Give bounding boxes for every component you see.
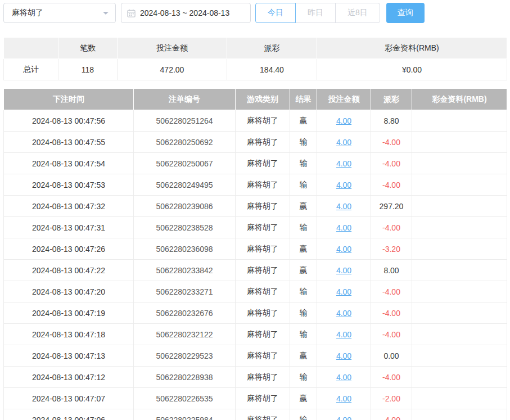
- game-type-cell: 麻将胡了: [236, 174, 290, 196]
- query-button[interactable]: 查询: [386, 3, 425, 23]
- game-type-cell: 麻将胡了: [236, 324, 290, 345]
- order-id-cell: 5062280232122: [134, 324, 236, 345]
- summary-header-bet-amount: 投注金额: [118, 38, 227, 59]
- bet-amount-link[interactable]: 4.00: [336, 223, 351, 232]
- bet-amount-cell: 4.00: [317, 388, 371, 409]
- bonus-cell: [412, 281, 507, 302]
- bet-amount-link[interactable]: 4.00: [336, 138, 351, 147]
- bonus-cell: [412, 110, 507, 132]
- bet-time-cell: 2024-08-13 00:47:07: [4, 388, 134, 409]
- order-id-cell: 5062280239086: [134, 196, 236, 217]
- bet-amount-link[interactable]: 4.00: [336, 351, 351, 360]
- payout-cell: -4.00: [371, 367, 412, 388]
- result-cell: 输: [290, 281, 317, 302]
- payout-cell: -4.00: [371, 409, 412, 420]
- bonus-cell: [412, 174, 507, 196]
- summary-header-payout: 派彩: [227, 38, 317, 59]
- header-bonus: 彩金资料(RMB): [412, 89, 507, 110]
- result-cell: 赢: [290, 238, 317, 260]
- order-id-cell: 5062280250692: [134, 132, 236, 153]
- bonus-cell: [412, 217, 507, 238]
- bet-time-cell: 2024-08-13 00:47:32: [4, 196, 134, 217]
- order-id-cell: 5062280229523: [134, 345, 236, 367]
- bonus-cell: [412, 345, 507, 367]
- header-result: 结果: [290, 89, 317, 110]
- bet-amount-cell: 4.00: [317, 260, 371, 281]
- bet-amount-cell: 4.00: [317, 238, 371, 260]
- result-cell: 赢: [290, 196, 317, 217]
- order-id-cell: 5062280250067: [134, 153, 236, 174]
- summary-total-bet-amount: 472.00: [118, 59, 227, 80]
- bet-amount-link[interactable]: 4.00: [336, 287, 351, 296]
- header-bet-amount: 投注金额: [317, 89, 371, 110]
- order-id-cell: 5062280225984: [134, 409, 236, 420]
- order-id-cell: 5062280249495: [134, 174, 236, 196]
- table-row: 2024-08-13 00:47:53 5062280249495 麻将胡了 输…: [4, 174, 507, 196]
- bet-amount-cell: 4.00: [317, 153, 371, 174]
- game-type-cell: 麻将胡了: [236, 196, 290, 217]
- bet-time-cell: 2024-08-13 00:47:18: [4, 324, 134, 345]
- header-bet-time: 下注时间: [4, 89, 134, 110]
- bet-amount-link[interactable]: 4.00: [336, 180, 351, 189]
- summary-header-blank: [4, 38, 58, 59]
- payout-cell: -2.00: [371, 388, 412, 409]
- result-cell: 输: [290, 409, 317, 420]
- date-range-picker[interactable]: 2024-08-13 ~ 2024-08-13: [121, 3, 251, 23]
- bet-time-cell: 2024-08-13 00:47:19: [4, 302, 134, 324]
- bet-time-cell: 2024-08-13 00:47:12: [4, 367, 134, 388]
- game-type-cell: 麻将胡了: [236, 238, 290, 260]
- quick-filter-last8days[interactable]: 近8日: [335, 3, 380, 23]
- order-id-cell: 5062280228938: [134, 367, 236, 388]
- order-id-cell: 5062280251264: [134, 110, 236, 132]
- table-row: 2024-08-13 00:47:31 5062280238528 麻将胡了 输…: [4, 217, 507, 238]
- quick-filter-today[interactable]: 今日: [255, 3, 296, 23]
- game-type-cell: 麻将胡了: [236, 281, 290, 302]
- bet-amount-cell: 4.00: [317, 174, 371, 196]
- bet-time-cell: 2024-08-13 00:47:56: [4, 110, 134, 132]
- bet-time-cell: 2024-08-13 00:47:22: [4, 260, 134, 281]
- bet-amount-cell: 4.00: [317, 409, 371, 420]
- game-type-cell: 麻将胡了: [236, 409, 290, 420]
- bet-amount-link[interactable]: 4.00: [336, 373, 351, 382]
- summary-total-bonus: ¥0.00: [317, 59, 507, 80]
- game-type-cell: 麻将胡了: [236, 110, 290, 132]
- game-select[interactable]: 麻将胡了: [3, 3, 116, 23]
- result-cell: 赢: [290, 345, 317, 367]
- bet-amount-link[interactable]: 4.00: [336, 266, 351, 275]
- result-cell: 输: [290, 174, 317, 196]
- table-row: 2024-08-13 00:47:56 5062280251264 麻将胡了 赢…: [4, 110, 507, 132]
- order-id-cell: 5062280226535: [134, 388, 236, 409]
- result-cell: 赢: [290, 110, 317, 132]
- payout-cell: 8.80: [371, 110, 412, 132]
- game-type-cell: 麻将胡了: [236, 367, 290, 388]
- table-row: 2024-08-13 00:47:55 5062280250692 麻将胡了 输…: [4, 132, 507, 153]
- payout-cell: -4.00: [371, 217, 412, 238]
- bet-amount-link[interactable]: 4.00: [336, 330, 351, 339]
- table-row: 2024-08-13 00:47:18 5062280232122 麻将胡了 输…: [4, 324, 507, 345]
- order-id-cell: 5062280233271: [134, 281, 236, 302]
- bet-amount-link[interactable]: 4.00: [336, 416, 351, 420]
- bet-amount-link[interactable]: 4.00: [336, 394, 351, 403]
- bonus-cell: [412, 153, 507, 174]
- bet-time-cell: 2024-08-13 00:47:55: [4, 132, 134, 153]
- result-cell: 赢: [290, 388, 317, 409]
- table-row: 2024-08-13 00:47:26 5062280236098 麻将胡了 赢…: [4, 238, 507, 260]
- table-row: 2024-08-13 00:47:07 5062280226535 麻将胡了 赢…: [4, 388, 507, 409]
- bet-time-cell: 2024-08-13 00:47:20: [4, 281, 134, 302]
- quick-filter-yesterday[interactable]: 昨日: [295, 3, 336, 23]
- game-type-cell: 麻将胡了: [236, 345, 290, 367]
- bet-amount-link[interactable]: 4.00: [336, 159, 351, 168]
- bonus-cell: [412, 367, 507, 388]
- bet-amount-link[interactable]: 4.00: [336, 202, 351, 211]
- bonus-cell: [412, 388, 507, 409]
- bet-time-cell: 2024-08-13 00:47:26: [4, 238, 134, 260]
- bet-amount-cell: 4.00: [317, 324, 371, 345]
- chevron-down-icon: [103, 12, 109, 17]
- table-row: 2024-08-13 00:47:13 5062280229523 麻将胡了 赢…: [4, 345, 507, 367]
- bet-amount-link[interactable]: 4.00: [336, 245, 351, 254]
- game-select-value: 麻将胡了: [12, 8, 43, 18]
- bet-amount-link[interactable]: 4.00: [336, 116, 351, 125]
- query-toolbar: 麻将胡了 2024-08-13 ~ 2024-08-13 今日 昨日 近8日 查…: [0, 0, 510, 23]
- bet-amount-link[interactable]: 4.00: [336, 309, 351, 318]
- summary-header-bonus: 彩金资料(RMB): [317, 38, 507, 59]
